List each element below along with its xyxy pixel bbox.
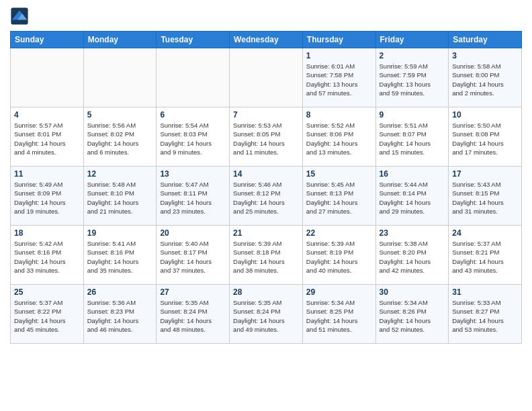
day-cell: 31Sunrise: 5:33 AM Sunset: 8:27 PM Dayli… (449, 285, 522, 344)
day-number: 23 (380, 228, 445, 238)
day-info: Sunrise: 5:56 AM Sunset: 8:02 PM Dayligh… (87, 121, 153, 156)
day-info: Sunrise: 5:47 AM Sunset: 8:11 PM Dayligh… (160, 180, 226, 216)
calendar: SundayMondayTuesdayWednesdayThursdayFrid… (10, 31, 522, 344)
day-cell (157, 48, 230, 107)
day-number: 24 (452, 228, 518, 238)
day-info: Sunrise: 5:33 AM Sunset: 8:27 PM Dayligh… (452, 298, 518, 334)
day-cell: 26Sunrise: 5:36 AM Sunset: 8:23 PM Dayli… (83, 285, 157, 344)
day-number: 26 (87, 287, 153, 297)
page: SundayMondayTuesdayWednesdayThursdayFrid… (0, 0, 532, 354)
day-info: Sunrise: 5:41 AM Sunset: 8:16 PM Dayligh… (87, 239, 153, 275)
weekday-header-tuesday: Tuesday (157, 32, 230, 48)
weekday-header-wednesday: Wednesday (230, 32, 303, 48)
day-info: Sunrise: 5:44 AM Sunset: 8:14 PM Dayligh… (380, 180, 445, 216)
day-number: 2 (380, 51, 445, 60)
day-number: 27 (160, 287, 226, 297)
day-cell (83, 48, 157, 107)
day-cell (11, 48, 84, 107)
week-row-4: 18Sunrise: 5:42 AM Sunset: 8:16 PM Dayli… (11, 226, 522, 285)
day-cell: 17Sunrise: 5:43 AM Sunset: 8:15 PM Dayli… (449, 167, 522, 226)
day-cell (230, 48, 303, 107)
day-cell: 7Sunrise: 5:53 AM Sunset: 8:05 PM Daylig… (230, 107, 303, 167)
day-cell: 22Sunrise: 5:39 AM Sunset: 8:19 PM Dayli… (302, 226, 375, 285)
day-number: 3 (452, 51, 518, 60)
day-cell: 28Sunrise: 5:35 AM Sunset: 8:24 PM Dayli… (230, 285, 303, 344)
day-info: Sunrise: 5:52 AM Sunset: 8:06 PM Dayligh… (306, 121, 372, 156)
weekday-header-saturday: Saturday (449, 32, 522, 48)
week-row-1: 1Sunrise: 6:01 AM Sunset: 7:58 PM Daylig… (11, 48, 522, 107)
day-info: Sunrise: 5:37 AM Sunset: 8:22 PM Dayligh… (14, 298, 80, 334)
day-info: Sunrise: 5:35 AM Sunset: 8:24 PM Dayligh… (233, 298, 299, 334)
day-info: Sunrise: 5:38 AM Sunset: 8:20 PM Dayligh… (380, 239, 445, 275)
day-info: Sunrise: 5:37 AM Sunset: 8:21 PM Dayligh… (452, 239, 518, 275)
weekday-header-monday: Monday (83, 32, 157, 48)
day-number: 6 (160, 110, 226, 120)
day-number: 31 (452, 287, 518, 297)
header (10, 7, 522, 26)
day-number: 15 (306, 169, 372, 179)
logo-icon (10, 7, 29, 26)
day-info: Sunrise: 5:39 AM Sunset: 8:19 PM Dayligh… (306, 239, 372, 275)
day-number: 10 (452, 110, 518, 120)
day-cell: 11Sunrise: 5:49 AM Sunset: 8:09 PM Dayli… (11, 167, 84, 226)
week-row-3: 11Sunrise: 5:49 AM Sunset: 8:09 PM Dayli… (11, 167, 522, 226)
day-info: Sunrise: 5:34 AM Sunset: 8:26 PM Dayligh… (380, 298, 445, 334)
day-cell: 4Sunrise: 5:57 AM Sunset: 8:01 PM Daylig… (11, 107, 84, 167)
day-info: Sunrise: 5:46 AM Sunset: 8:12 PM Dayligh… (233, 180, 299, 216)
day-cell: 29Sunrise: 5:34 AM Sunset: 8:25 PM Dayli… (302, 285, 375, 344)
day-info: Sunrise: 5:36 AM Sunset: 8:23 PM Dayligh… (87, 298, 153, 334)
day-info: Sunrise: 5:48 AM Sunset: 8:10 PM Dayligh… (87, 180, 153, 216)
day-info: Sunrise: 5:43 AM Sunset: 8:15 PM Dayligh… (452, 180, 518, 216)
day-cell: 10Sunrise: 5:50 AM Sunset: 8:08 PM Dayli… (449, 107, 522, 167)
weekday-header-thursday: Thursday (302, 32, 375, 48)
day-cell: 6Sunrise: 5:54 AM Sunset: 8:03 PM Daylig… (157, 107, 230, 167)
day-number: 19 (87, 228, 153, 238)
day-number: 11 (14, 169, 80, 179)
day-number: 5 (87, 110, 153, 120)
week-row-2: 4Sunrise: 5:57 AM Sunset: 8:01 PM Daylig… (11, 107, 522, 167)
day-cell: 19Sunrise: 5:41 AM Sunset: 8:16 PM Dayli… (83, 226, 157, 285)
day-number: 17 (452, 169, 518, 179)
day-cell: 16Sunrise: 5:44 AM Sunset: 8:14 PM Dayli… (375, 167, 449, 226)
day-cell: 12Sunrise: 5:48 AM Sunset: 8:10 PM Dayli… (83, 167, 157, 226)
day-info: Sunrise: 5:40 AM Sunset: 8:17 PM Dayligh… (160, 239, 226, 275)
day-cell: 25Sunrise: 5:37 AM Sunset: 8:22 PM Dayli… (11, 285, 84, 344)
day-number: 7 (233, 110, 299, 120)
day-info: Sunrise: 5:57 AM Sunset: 8:01 PM Dayligh… (14, 121, 80, 156)
day-cell: 9Sunrise: 5:51 AM Sunset: 8:07 PM Daylig… (375, 107, 449, 167)
day-info: Sunrise: 5:34 AM Sunset: 8:25 PM Dayligh… (306, 298, 372, 334)
day-number: 22 (306, 228, 372, 238)
day-number: 29 (306, 287, 372, 297)
day-info: Sunrise: 5:53 AM Sunset: 8:05 PM Dayligh… (233, 121, 299, 156)
day-number: 4 (14, 110, 80, 120)
day-cell: 5Sunrise: 5:56 AM Sunset: 8:02 PM Daylig… (83, 107, 157, 167)
weekday-header-sunday: Sunday (11, 32, 84, 48)
day-cell: 27Sunrise: 5:35 AM Sunset: 8:24 PM Dayli… (157, 285, 230, 344)
day-cell: 1Sunrise: 6:01 AM Sunset: 7:58 PM Daylig… (302, 48, 375, 107)
day-number: 18 (14, 228, 80, 238)
day-number: 9 (380, 110, 445, 120)
day-number: 12 (87, 169, 153, 179)
day-number: 20 (160, 228, 226, 238)
day-info: Sunrise: 5:42 AM Sunset: 8:16 PM Dayligh… (14, 239, 80, 275)
day-cell: 30Sunrise: 5:34 AM Sunset: 8:26 PM Dayli… (375, 285, 449, 344)
day-cell: 18Sunrise: 5:42 AM Sunset: 8:16 PM Dayli… (11, 226, 84, 285)
day-number: 13 (160, 169, 226, 179)
day-info: Sunrise: 5:51 AM Sunset: 8:07 PM Dayligh… (380, 121, 445, 156)
day-cell: 13Sunrise: 5:47 AM Sunset: 8:11 PM Dayli… (157, 167, 230, 226)
day-info: Sunrise: 5:35 AM Sunset: 8:24 PM Dayligh… (160, 298, 226, 334)
day-number: 28 (233, 287, 299, 297)
day-cell: 2Sunrise: 5:59 AM Sunset: 7:59 PM Daylig… (375, 48, 449, 107)
day-cell: 14Sunrise: 5:46 AM Sunset: 8:12 PM Dayli… (230, 167, 303, 226)
day-info: Sunrise: 5:39 AM Sunset: 8:18 PM Dayligh… (233, 239, 299, 275)
day-info: Sunrise: 6:01 AM Sunset: 7:58 PM Dayligh… (306, 62, 372, 97)
day-number: 1 (306, 51, 372, 60)
day-cell: 3Sunrise: 5:58 AM Sunset: 8:00 PM Daylig… (449, 48, 522, 107)
day-cell: 23Sunrise: 5:38 AM Sunset: 8:20 PM Dayli… (375, 226, 449, 285)
day-number: 25 (14, 287, 80, 297)
day-cell: 20Sunrise: 5:40 AM Sunset: 8:17 PM Dayli… (157, 226, 230, 285)
weekday-header-friday: Friday (375, 32, 449, 48)
day-number: 8 (306, 110, 372, 120)
day-number: 14 (233, 169, 299, 179)
day-info: Sunrise: 5:59 AM Sunset: 7:59 PM Dayligh… (380, 62, 445, 97)
